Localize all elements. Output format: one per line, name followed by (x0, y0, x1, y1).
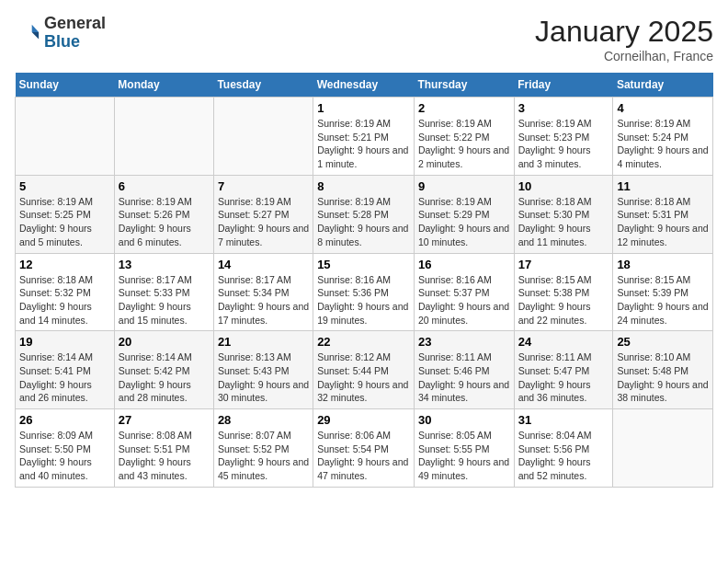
weekday-header-friday: Friday (514, 73, 613, 98)
day-number: 19 (19, 335, 110, 349)
day-cell: 17Sunrise: 8:15 AMSunset: 5:38 PMDayligh… (514, 253, 613, 331)
day-number: 12 (19, 258, 110, 271)
day-cell: 16Sunrise: 8:16 AMSunset: 5:37 PMDayligh… (414, 253, 514, 331)
day-cell: 18Sunrise: 8:15 AMSunset: 5:39 PMDayligh… (613, 253, 713, 331)
week-row-4: 19Sunrise: 8:14 AMSunset: 5:41 PMDayligh… (16, 331, 713, 409)
day-info: Sunrise: 8:14 AMSunset: 5:41 PMDaylight:… (19, 350, 110, 405)
day-number: 21 (218, 335, 309, 349)
day-info: Sunrise: 8:19 AMSunset: 5:29 PMDaylight:… (418, 195, 510, 249)
day-number: 5 (19, 179, 110, 193)
day-cell: 5Sunrise: 8:19 AMSunset: 5:25 PMDaylight… (16, 175, 115, 253)
day-number: 14 (218, 258, 309, 271)
day-number: 20 (119, 335, 210, 349)
day-cell: 31Sunrise: 8:04 AMSunset: 5:56 PMDayligh… (514, 409, 613, 488)
day-info: Sunrise: 8:13 AMSunset: 5:43 PMDaylight:… (218, 350, 309, 405)
weekday-header-wednesday: Wednesday (313, 73, 415, 98)
day-cell: 4Sunrise: 8:19 AMSunset: 5:24 PMDaylight… (613, 98, 713, 176)
day-number: 11 (617, 179, 709, 193)
day-info: Sunrise: 8:11 AMSunset: 5:47 PMDaylight:… (518, 350, 609, 405)
day-info: Sunrise: 8:19 AMSunset: 5:26 PMDaylight:… (119, 195, 210, 249)
day-number: 15 (317, 258, 410, 271)
day-cell: 10Sunrise: 8:18 AMSunset: 5:30 PMDayligh… (514, 175, 613, 253)
day-number: 27 (119, 413, 210, 427)
day-number: 3 (518, 101, 609, 115)
week-row-5: 26Sunrise: 8:09 AMSunset: 5:50 PMDayligh… (16, 409, 713, 488)
day-number: 17 (518, 258, 609, 271)
day-number: 26 (19, 413, 110, 427)
weekday-header-thursday: Thursday (414, 73, 514, 98)
day-info: Sunrise: 8:07 AMSunset: 5:52 PMDaylight:… (218, 429, 309, 483)
day-info: Sunrise: 8:16 AMSunset: 5:37 PMDaylight:… (418, 273, 510, 327)
day-info: Sunrise: 8:06 AMSunset: 5:54 PMDaylight:… (317, 429, 410, 483)
day-info: Sunrise: 8:19 AMSunset: 5:25 PMDaylight:… (19, 195, 110, 249)
page-header: General Blue January 2025 Corneilhan, Fr… (15, 15, 713, 63)
day-info: Sunrise: 8:05 AMSunset: 5:55 PMDaylight:… (418, 429, 510, 483)
location-text: Corneilhan, France (535, 49, 713, 63)
day-cell: 2Sunrise: 8:19 AMSunset: 5:22 PMDaylight… (414, 98, 514, 176)
day-number: 24 (518, 335, 609, 349)
weekday-header-tuesday: Tuesday (213, 73, 313, 98)
day-cell: 25Sunrise: 8:10 AMSunset: 5:48 PMDayligh… (613, 331, 713, 409)
day-cell: 11Sunrise: 8:18 AMSunset: 5:31 PMDayligh… (613, 175, 713, 253)
day-cell: 19Sunrise: 8:14 AMSunset: 5:41 PMDayligh… (16, 331, 115, 409)
day-cell: 24Sunrise: 8:11 AMSunset: 5:47 PMDayligh… (514, 331, 613, 409)
day-info: Sunrise: 8:10 AMSunset: 5:48 PMDaylight:… (617, 350, 709, 405)
day-cell: 14Sunrise: 8:17 AMSunset: 5:34 PMDayligh… (213, 253, 313, 331)
title-section: January 2025 Corneilhan, France (535, 15, 713, 63)
logo-blue-text: Blue (44, 33, 106, 52)
month-title: January 2025 (535, 15, 713, 49)
day-cell (114, 98, 213, 176)
day-number: 18 (617, 258, 709, 271)
calendar-table: SundayMondayTuesdayWednesdayThursdayFrid… (15, 73, 713, 488)
day-number: 13 (119, 258, 210, 271)
day-info: Sunrise: 8:17 AMSunset: 5:34 PMDaylight:… (218, 273, 309, 327)
day-number: 31 (518, 413, 609, 427)
day-info: Sunrise: 8:14 AMSunset: 5:42 PMDaylight:… (119, 350, 210, 405)
day-number: 1 (317, 101, 410, 115)
day-number: 23 (418, 335, 510, 349)
day-number: 22 (317, 335, 410, 349)
day-cell: 30Sunrise: 8:05 AMSunset: 5:55 PMDayligh… (414, 409, 514, 488)
day-number: 2 (418, 101, 510, 115)
day-info: Sunrise: 8:19 AMSunset: 5:24 PMDaylight:… (617, 117, 709, 171)
day-info: Sunrise: 8:19 AMSunset: 5:21 PMDaylight:… (317, 117, 410, 171)
week-row-2: 5Sunrise: 8:19 AMSunset: 5:25 PMDaylight… (16, 175, 713, 253)
day-info: Sunrise: 8:18 AMSunset: 5:32 PMDaylight:… (19, 273, 110, 327)
calendar-body: 1Sunrise: 8:19 AMSunset: 5:21 PMDaylight… (16, 98, 713, 488)
day-info: Sunrise: 8:19 AMSunset: 5:28 PMDaylight:… (317, 195, 410, 249)
day-info: Sunrise: 8:17 AMSunset: 5:33 PMDaylight:… (119, 273, 210, 327)
day-info: Sunrise: 8:15 AMSunset: 5:38 PMDaylight:… (518, 273, 609, 327)
day-cell: 1Sunrise: 8:19 AMSunset: 5:21 PMDaylight… (313, 98, 415, 176)
day-cell: 3Sunrise: 8:19 AMSunset: 5:23 PMDaylight… (514, 98, 613, 176)
day-info: Sunrise: 8:19 AMSunset: 5:22 PMDaylight:… (418, 117, 510, 171)
day-number: 9 (418, 179, 510, 193)
day-number: 29 (317, 413, 410, 427)
day-info: Sunrise: 8:11 AMSunset: 5:46 PMDaylight:… (418, 350, 510, 405)
svg-marker-1 (32, 32, 39, 39)
day-cell: 8Sunrise: 8:19 AMSunset: 5:28 PMDaylight… (313, 175, 415, 253)
day-cell: 9Sunrise: 8:19 AMSunset: 5:29 PMDaylight… (414, 175, 514, 253)
day-info: Sunrise: 8:08 AMSunset: 5:51 PMDaylight:… (119, 429, 210, 483)
day-number: 30 (418, 413, 510, 427)
day-number: 16 (418, 258, 510, 271)
weekday-header-row: SundayMondayTuesdayWednesdayThursdayFrid… (16, 73, 713, 98)
day-info: Sunrise: 8:18 AMSunset: 5:31 PMDaylight:… (617, 195, 709, 249)
weekday-header-saturday: Saturday (613, 73, 713, 98)
day-cell: 6Sunrise: 8:19 AMSunset: 5:26 PMDaylight… (114, 175, 213, 253)
day-number: 10 (518, 179, 609, 193)
week-row-1: 1Sunrise: 8:19 AMSunset: 5:21 PMDaylight… (16, 98, 713, 176)
day-number: 6 (119, 179, 210, 193)
day-info: Sunrise: 8:16 AMSunset: 5:36 PMDaylight:… (317, 273, 410, 327)
day-cell: 29Sunrise: 8:06 AMSunset: 5:54 PMDayligh… (313, 409, 415, 488)
day-number: 4 (617, 101, 709, 115)
day-info: Sunrise: 8:15 AMSunset: 5:39 PMDaylight:… (617, 273, 709, 327)
svg-marker-0 (32, 24, 39, 31)
logo-general-text: General (44, 15, 106, 33)
day-number: 28 (218, 413, 309, 427)
day-cell: 21Sunrise: 8:13 AMSunset: 5:43 PMDayligh… (213, 331, 313, 409)
day-cell: 13Sunrise: 8:17 AMSunset: 5:33 PMDayligh… (114, 253, 213, 331)
day-cell (16, 98, 115, 176)
day-info: Sunrise: 8:12 AMSunset: 5:44 PMDaylight:… (317, 350, 410, 405)
day-cell (613, 409, 713, 488)
day-cell: 27Sunrise: 8:08 AMSunset: 5:51 PMDayligh… (114, 409, 213, 488)
